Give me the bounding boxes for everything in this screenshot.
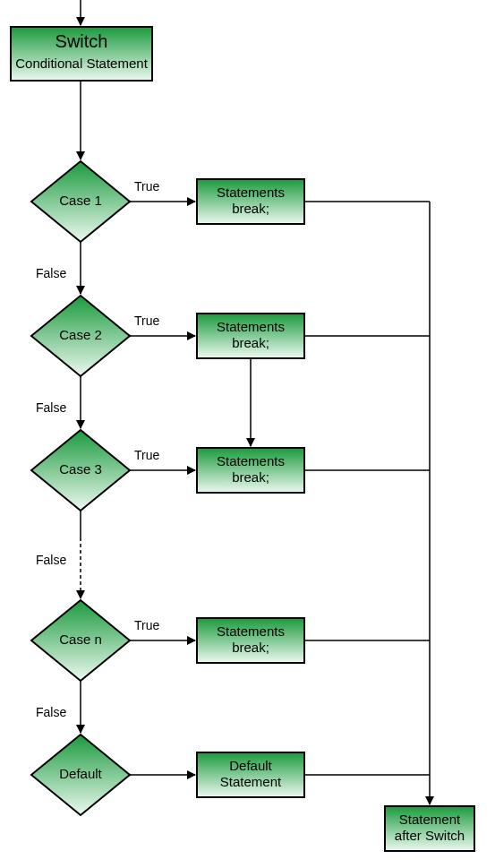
after-line2: after Switch bbox=[395, 828, 465, 843]
case3-node: Case 3 bbox=[31, 430, 130, 511]
case1-stmt2: break; bbox=[232, 201, 269, 216]
case3-stmt2: break; bbox=[232, 469, 269, 485]
case2-stmt2: break; bbox=[232, 335, 269, 350]
case1-false-label: False bbox=[36, 266, 66, 280]
case3-true-label: True bbox=[134, 448, 159, 462]
default-label: Default bbox=[59, 766, 102, 781]
case1-true-label: True bbox=[134, 179, 159, 193]
casen-stmt1: Statements bbox=[217, 623, 285, 639]
case3-stmt1: Statements bbox=[217, 453, 285, 468]
switch-subtitle: Conditional Statement bbox=[15, 56, 148, 71]
switch-node: Switch Conditional Statement bbox=[11, 27, 152, 81]
case1-node: Case 1 bbox=[31, 161, 130, 242]
casen-node: Case n bbox=[31, 600, 130, 681]
after-line1: Statement bbox=[399, 812, 461, 827]
case2-node: Case 2 bbox=[31, 296, 130, 376]
case1-stmt1: Statements bbox=[217, 185, 285, 200]
case1-stmt: Statements break; bbox=[197, 179, 304, 224]
case2-label: Case 2 bbox=[59, 327, 102, 342]
case3-false-label: False bbox=[36, 553, 66, 567]
switch-title: Switch bbox=[55, 31, 108, 51]
default-stmt1: Default bbox=[229, 758, 272, 773]
default-node: Default bbox=[31, 735, 130, 815]
casen-stmt2: break; bbox=[232, 640, 269, 655]
case3-stmt: Statements break; bbox=[197, 448, 304, 493]
casen-stmt: Statements break; bbox=[197, 618, 304, 663]
casen-false-label: False bbox=[36, 705, 66, 719]
case1-label: Case 1 bbox=[59, 193, 102, 208]
case2-true-label: True bbox=[134, 314, 159, 328]
default-stmt: Default Statement bbox=[197, 752, 304, 797]
case3-label: Case 3 bbox=[59, 461, 102, 477]
after-switch-node: Statement after Switch bbox=[385, 806, 474, 851]
case2-stmt1: Statements bbox=[217, 319, 285, 334]
switch-flowchart: Switch Conditional Statement Case 1 True… bbox=[0, 0, 495, 868]
casen-label: Case n bbox=[59, 632, 102, 647]
case2-stmt: Statements break; bbox=[197, 314, 304, 358]
case2-false-label: False bbox=[36, 400, 66, 415]
default-stmt2: Statement bbox=[220, 774, 282, 789]
casen-true-label: True bbox=[134, 618, 159, 632]
